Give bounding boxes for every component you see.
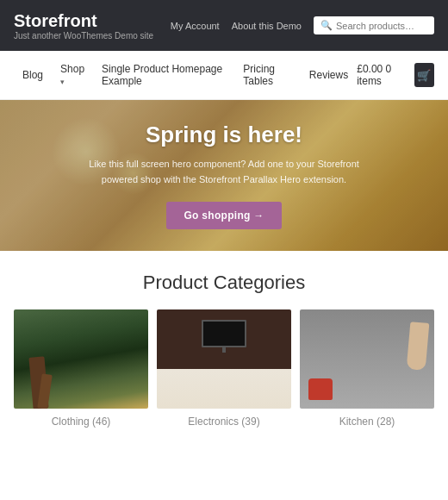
tv-screen bbox=[202, 320, 246, 347]
navbar-links: Blog Shop ▾ Single Product Homepage Exam… bbox=[14, 51, 357, 99]
nav-blog[interactable]: Blog bbox=[14, 57, 52, 93]
clothing-image bbox=[14, 309, 148, 409]
categories-grid: Clothing (46) Electronics (39) Kitchen (… bbox=[14, 309, 434, 428]
logo[interactable]: Storefront Just another WooThemes Demo s… bbox=[14, 10, 153, 41]
kitchen-label: Kitchen (28) bbox=[300, 416, 434, 428]
clothing-label: Clothing (46) bbox=[14, 416, 148, 428]
main-navbar: Blog Shop ▾ Single Product Homepage Exam… bbox=[0, 51, 448, 100]
clothing-bg bbox=[14, 309, 148, 409]
category-clothing[interactable]: Clothing (46) bbox=[14, 309, 148, 428]
kitchen-image bbox=[300, 309, 434, 409]
nav-reviews[interactable]: Reviews bbox=[301, 57, 357, 93]
about-demo-link[interactable]: About this Demo bbox=[232, 21, 302, 31]
category-electronics[interactable]: Electronics (39) bbox=[157, 309, 291, 428]
logo-title: Storefront bbox=[14, 10, 153, 31]
categories-title: Product Categories bbox=[14, 272, 434, 294]
cart-area: £0.00 0 items 🛒 bbox=[357, 63, 434, 87]
kitchen-bg bbox=[300, 309, 434, 409]
category-kitchen[interactable]: Kitchen (28) bbox=[300, 309, 434, 428]
electronics-label: Electronics (39) bbox=[157, 416, 291, 428]
search-input[interactable] bbox=[336, 21, 427, 31]
cart-icon[interactable]: 🛒 bbox=[414, 63, 434, 87]
electronics-image bbox=[157, 309, 291, 409]
logo-subtitle: Just another WooThemes Demo site bbox=[14, 31, 153, 41]
hero-section: Spring is here! Like this full screen he… bbox=[0, 100, 448, 251]
hero-description: Like this full screen hero component? Ad… bbox=[86, 157, 362, 187]
nav-pricing[interactable]: Pricing Tables bbox=[234, 51, 301, 99]
my-account-link[interactable]: My Account bbox=[171, 21, 220, 31]
search-box[interactable]: 🔍 bbox=[314, 16, 434, 34]
search-icon: 🔍 bbox=[320, 20, 333, 31]
header-nav: My Account About this Demo 🔍 bbox=[171, 16, 434, 34]
nav-single-product[interactable]: Single Product Homepage Example bbox=[93, 51, 234, 99]
site-header: Storefront Just another WooThemes Demo s… bbox=[0, 0, 448, 51]
product-categories-section: Product Categories Clothing (46) Electro… bbox=[0, 251, 448, 441]
chevron-down-icon: ▾ bbox=[60, 78, 65, 86]
hero-title: Spring is here! bbox=[86, 122, 362, 148]
nav-shop[interactable]: Shop ▾ bbox=[52, 51, 93, 99]
hero-cta-button[interactable]: Go shopping → bbox=[166, 202, 281, 229]
cart-amount: £0.00 0 items bbox=[357, 63, 408, 87]
hero-content: Spring is here! Like this full screen he… bbox=[52, 122, 396, 228]
electronics-bg bbox=[157, 309, 291, 409]
